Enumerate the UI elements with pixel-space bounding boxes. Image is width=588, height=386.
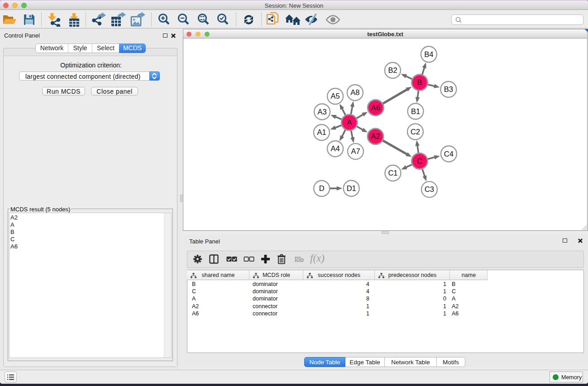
svg-text:A1: A1 xyxy=(317,128,326,136)
svg-text:A2: A2 xyxy=(371,132,380,140)
svg-text:A7: A7 xyxy=(351,147,360,155)
svg-text:C: C xyxy=(417,157,422,165)
svg-text:D: D xyxy=(319,184,325,192)
svg-text:C1: C1 xyxy=(388,169,397,177)
svg-text:C3: C3 xyxy=(425,185,434,193)
svg-text:D1: D1 xyxy=(347,184,356,192)
svg-text:A: A xyxy=(347,118,352,126)
svg-text:A8: A8 xyxy=(350,88,359,96)
svg-text:B2: B2 xyxy=(388,66,397,74)
svg-text:B: B xyxy=(417,78,422,86)
svg-text:B1: B1 xyxy=(411,107,420,115)
svg-text:B3: B3 xyxy=(444,85,453,93)
svg-text:A3: A3 xyxy=(318,108,327,116)
svg-text:C4: C4 xyxy=(444,150,454,158)
svg-text:C2: C2 xyxy=(411,128,420,136)
svg-text:A6: A6 xyxy=(371,104,380,112)
svg-text:B4: B4 xyxy=(424,50,433,58)
svg-text:A5: A5 xyxy=(331,92,340,100)
svg-text:A4: A4 xyxy=(331,144,340,152)
